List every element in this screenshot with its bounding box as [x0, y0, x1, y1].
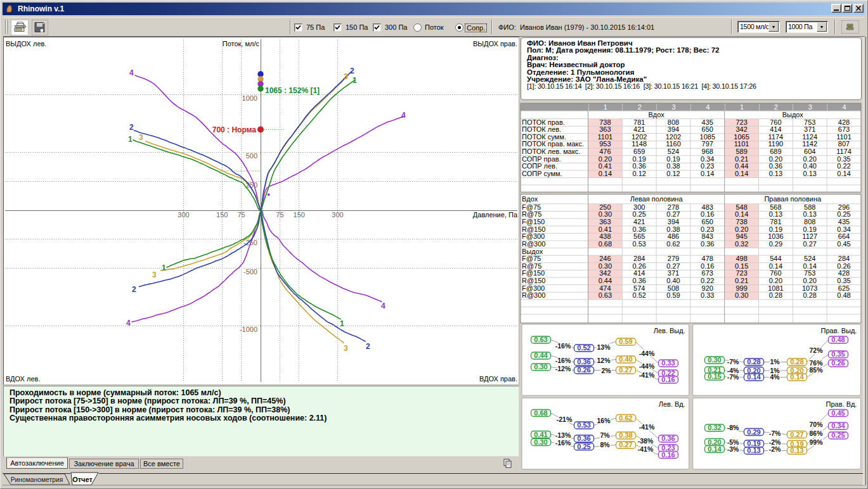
- svg-text:3: 3: [139, 133, 143, 142]
- svg-text:0.45: 0.45: [831, 409, 845, 417]
- svg-text:1: 1: [353, 76, 357, 85]
- svg-text:-16%: -16%: [555, 439, 571, 447]
- svg-text:2: 2: [366, 342, 370, 351]
- svg-text:0.15: 0.15: [708, 372, 721, 380]
- svg-text:-41%: -41%: [638, 445, 654, 453]
- svg-text:1: 1: [128, 135, 133, 144]
- svg-text:-2%: -2%: [769, 438, 781, 446]
- svg-text:0.14: 0.14: [790, 373, 804, 381]
- svg-text:150: 150: [216, 211, 228, 219]
- svg-text:Риноманометрия: Риноманометрия: [11, 476, 63, 483]
- svg-text:-8%: -8%: [727, 424, 739, 431]
- svg-text:2: 2: [129, 123, 134, 132]
- svg-text:-7%: -7%: [727, 358, 739, 365]
- svg-text:0.35: 0.35: [831, 350, 845, 358]
- svg-text:700 : Норма: 700 : Норма: [212, 125, 257, 134]
- svg-text:-7%: -7%: [769, 429, 781, 437]
- svg-text:ВЫДОХ лев.: ВЫДОХ лев.: [6, 40, 46, 48]
- svg-text:-41%: -41%: [639, 371, 655, 379]
- svg-text:2: 2: [350, 67, 354, 75]
- svg-text:ВЫДОХ прав.: ВЫДОХ прав.: [473, 40, 517, 48]
- svg-text:0.28: 0.28: [790, 358, 803, 365]
- svg-text:72%: 72%: [809, 346, 823, 354]
- svg-text:0.38: 0.38: [619, 431, 632, 439]
- svg-text:0.32: 0.32: [708, 424, 721, 431]
- svg-text:0.33: 0.33: [661, 359, 675, 367]
- svg-text:0.36: 0.36: [577, 358, 590, 365]
- svg-text:0.26: 0.26: [831, 359, 845, 367]
- svg-text:0.13: 0.13: [790, 447, 803, 454]
- svg-text:1065 : 152% [1]: 1065 : 152% [1]: [265, 86, 320, 95]
- svg-text:-21%: -21%: [557, 416, 573, 423]
- svg-text:Давление, Па: Давление, Па: [473, 211, 518, 219]
- svg-text:0.25: 0.25: [577, 443, 590, 450]
- svg-text:-41%: -41%: [639, 423, 655, 431]
- svg-text:4: 4: [126, 319, 131, 327]
- svg-text:4: 4: [381, 302, 385, 310]
- svg-text:0.41: 0.41: [534, 431, 547, 438]
- svg-text:0.63: 0.63: [534, 336, 547, 343]
- svg-text:Прав. Вд.: Прав. Вд.: [826, 400, 857, 408]
- svg-text:4: 4: [401, 111, 406, 120]
- svg-text:300: 300: [178, 211, 189, 219]
- svg-text:0.16: 0.16: [661, 451, 675, 459]
- svg-text:Лев. Вд.: Лев. Вд.: [659, 400, 685, 408]
- svg-text:75: 75: [276, 211, 283, 219]
- svg-text:0.28: 0.28: [747, 358, 760, 365]
- svg-text:0.52: 0.52: [577, 344, 590, 352]
- svg-text:-500: -500: [243, 268, 257, 276]
- svg-text:0.14: 0.14: [747, 373, 761, 381]
- svg-text:ВДОХ прав.: ВДОХ прав.: [479, 375, 517, 383]
- svg-text:Прав. Выд.: Прав. Выд.: [821, 327, 857, 334]
- svg-text:300: 300: [332, 211, 343, 219]
- svg-text:0.27: 0.27: [790, 431, 803, 438]
- svg-text:0.30: 0.30: [534, 363, 547, 371]
- svg-text:1000: 1000: [242, 94, 257, 102]
- svg-text:0.36: 0.36: [661, 435, 675, 442]
- svg-text:3: 3: [344, 344, 348, 353]
- svg-text:3: 3: [152, 270, 157, 279]
- svg-text:Поток, мл/с: Поток, мл/с: [223, 40, 260, 48]
- svg-text:-7%: -7%: [727, 373, 739, 381]
- svg-text:85%: 85%: [809, 366, 823, 374]
- svg-text:86%: 86%: [809, 429, 823, 437]
- svg-text:8%: 8%: [600, 441, 610, 448]
- svg-text:0.14: 0.14: [708, 445, 722, 453]
- svg-text:-16%: -16%: [555, 342, 571, 350]
- svg-text:0.13: 0.13: [747, 447, 760, 454]
- svg-text:0.48: 0.48: [831, 336, 845, 343]
- svg-text:7%: 7%: [600, 431, 610, 439]
- svg-text:13%: 13%: [597, 343, 611, 351]
- svg-text:0.29: 0.29: [747, 428, 760, 436]
- svg-text:0.44: 0.44: [534, 352, 548, 359]
- svg-text:0.27: 0.27: [619, 441, 632, 448]
- svg-text:0.68: 0.68: [534, 409, 547, 417]
- svg-text:Отчет: Отчет: [72, 476, 93, 483]
- svg-text:0.62: 0.62: [619, 414, 632, 422]
- svg-text:0.26: 0.26: [577, 366, 590, 374]
- svg-text:-44%: -44%: [639, 362, 655, 370]
- svg-text:-3%: -3%: [727, 445, 739, 453]
- svg-text:16%: 16%: [597, 417, 611, 424]
- svg-text:0.34: 0.34: [831, 422, 845, 429]
- svg-text:-1000: -1000: [240, 326, 257, 333]
- svg-text:-2%: -2%: [769, 445, 781, 453]
- svg-text:0.36: 0.36: [577, 435, 590, 442]
- svg-text:12%: 12%: [597, 357, 611, 364]
- svg-text:70%: 70%: [809, 421, 823, 428]
- svg-text:-12%: -12%: [555, 365, 571, 372]
- svg-text:0.40: 0.40: [619, 355, 632, 363]
- svg-text:3: 3: [344, 72, 348, 81]
- svg-text:ВДОХ лев.: ВДОХ лев.: [6, 375, 40, 383]
- svg-text:4: 4: [129, 68, 134, 77]
- svg-text:0.25: 0.25: [831, 431, 845, 439]
- svg-text:0.59: 0.59: [619, 338, 632, 345]
- svg-text:1: 1: [340, 319, 344, 328]
- svg-text:-38%: -38%: [638, 437, 654, 445]
- svg-text:Лев. Выд.: Лев. Выд.: [654, 327, 685, 334]
- svg-text:0.16: 0.16: [661, 376, 675, 383]
- svg-text:0.30: 0.30: [534, 438, 547, 446]
- svg-text:4%: 4%: [770, 373, 780, 381]
- svg-text:-16%: -16%: [555, 357, 571, 364]
- svg-text:1: 1: [162, 264, 166, 272]
